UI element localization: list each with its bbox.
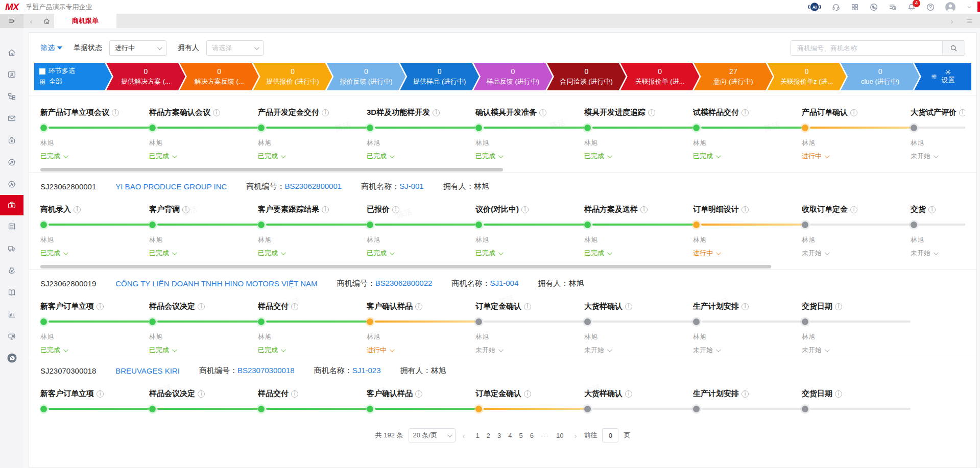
stage-segment[interactable]: 0合同洽谈 (进行中) bbox=[547, 63, 626, 90]
sidebar-item-bag[interactable] bbox=[0, 129, 23, 151]
step-status-dropdown[interactable]: 已完成 bbox=[258, 152, 367, 161]
step-status-dropdown[interactable]: 已完成 bbox=[584, 249, 693, 258]
step-status-dropdown[interactable]: 未开始 bbox=[911, 249, 965, 258]
sidebar-item-ledger[interactable] bbox=[0, 281, 23, 303]
page-number-5[interactable]: 5 bbox=[515, 432, 526, 439]
info-icon[interactable]: i bbox=[392, 206, 399, 213]
info-icon[interactable]: i bbox=[524, 390, 531, 398]
tab-scroll-right-button[interactable]: › bbox=[944, 17, 960, 26]
step-status-dropdown[interactable]: 已完成 bbox=[475, 249, 584, 258]
stage-segment[interactable]: 0提供样品 (进行中) bbox=[400, 63, 479, 90]
step-status-dropdown[interactable]: 已完成 bbox=[40, 346, 149, 355]
info-icon[interactable]: i bbox=[742, 206, 749, 213]
step-status-dropdown[interactable]: 已完成 bbox=[367, 249, 475, 258]
filter-toggle[interactable]: 筛选 bbox=[40, 43, 62, 53]
customer-link[interactable]: BREUVAGES KIRI bbox=[115, 366, 180, 375]
info-icon[interactable]: i bbox=[213, 109, 220, 116]
step-status-dropdown[interactable]: 进行中 bbox=[693, 249, 802, 258]
sidebar-item-marketing[interactable] bbox=[0, 173, 23, 195]
task-list-icon[interactable] bbox=[888, 3, 897, 12]
step-status-dropdown[interactable]: 已完成 bbox=[258, 249, 367, 258]
page-number-2[interactable]: 2 bbox=[483, 432, 494, 439]
customer-link[interactable]: CÔNG TY LIÊN DOANH TNHH HINO MOTORS VIỆT… bbox=[115, 279, 317, 288]
info-icon[interactable]: i bbox=[291, 390, 298, 398]
page-number-1[interactable]: 1 bbox=[472, 432, 483, 439]
sidebar-item-orders[interactable] bbox=[0, 215, 23, 237]
stage-segment[interactable]: 0关联报价单 (进... bbox=[620, 63, 700, 90]
info-icon[interactable]: i bbox=[625, 303, 632, 310]
phone-circle-icon[interactable] bbox=[869, 3, 878, 12]
step-status-dropdown[interactable]: 进行中 bbox=[367, 346, 475, 355]
search-button[interactable] bbox=[942, 41, 965, 55]
ai-icon[interactable]: AI bbox=[807, 2, 822, 12]
step-status-dropdown[interactable]: 未开始 bbox=[693, 346, 802, 355]
info-icon[interactable]: i bbox=[415, 303, 422, 310]
info-icon[interactable]: i bbox=[850, 206, 857, 213]
info-icon[interactable]: i bbox=[625, 390, 632, 398]
info-icon[interactable]: i bbox=[539, 109, 546, 116]
info-icon[interactable]: i bbox=[74, 206, 81, 213]
customer-link[interactable]: YI BAO PRODUCE GROUP INC bbox=[115, 182, 227, 191]
sidebar-item-finance[interactable] bbox=[0, 259, 23, 281]
info-icon[interactable]: i bbox=[835, 390, 842, 398]
sidebar-item-whatsapp[interactable] bbox=[0, 347, 23, 369]
help-icon[interactable] bbox=[926, 3, 935, 12]
page-number-6[interactable]: 6 bbox=[527, 432, 537, 439]
sidebar-item-logistics[interactable] bbox=[0, 237, 23, 259]
info-icon[interactable]: i bbox=[112, 109, 119, 116]
sidebar-item-home[interactable] bbox=[0, 41, 23, 63]
page-number-3[interactable]: 3 bbox=[494, 432, 505, 439]
info-icon[interactable]: i bbox=[524, 303, 531, 310]
nav-home-button[interactable] bbox=[39, 14, 54, 28]
info-icon[interactable]: i bbox=[835, 303, 842, 310]
info-icon[interactable]: i bbox=[742, 390, 749, 398]
info-icon[interactable]: i bbox=[521, 206, 529, 213]
scrollbar-thumb[interactable] bbox=[40, 168, 503, 171]
info-icon[interactable]: i bbox=[415, 390, 422, 398]
info-icon[interactable]: i bbox=[198, 390, 205, 398]
apps-grid-icon[interactable] bbox=[850, 3, 859, 12]
info-icon[interactable]: i bbox=[433, 109, 440, 116]
multi-select-checkbox[interactable] bbox=[39, 68, 45, 75]
stage-segment[interactable]: 0样品反馈 (进行中) bbox=[473, 63, 553, 90]
info-icon[interactable]: i bbox=[97, 390, 104, 398]
owner-select[interactable]: 请选择 bbox=[206, 40, 264, 56]
stage-settings-button[interactable]: 设置 bbox=[914, 63, 971, 90]
step-status-dropdown[interactable]: 已完成 bbox=[40, 152, 149, 161]
scrollbar-thumb[interactable] bbox=[40, 265, 771, 268]
step-status-dropdown[interactable]: 未开始 bbox=[911, 152, 965, 161]
sidebar-item-reports[interactable] bbox=[0, 303, 23, 325]
info-icon[interactable]: i bbox=[198, 303, 205, 310]
search-input[interactable] bbox=[791, 41, 942, 55]
step-status-dropdown[interactable]: 已完成 bbox=[149, 152, 258, 161]
sidebar-item-workbench[interactable] bbox=[0, 325, 23, 347]
info-icon[interactable]: i bbox=[928, 206, 936, 213]
step-status-dropdown[interactable]: 已完成 bbox=[258, 346, 367, 355]
step-status-dropdown[interactable]: 已完成 bbox=[149, 249, 258, 258]
info-icon[interactable]: i bbox=[742, 109, 749, 116]
collapse-sidebar-button[interactable] bbox=[0, 14, 23, 28]
info-icon[interactable]: i bbox=[322, 109, 329, 116]
step-status-dropdown[interactable]: 已完成 bbox=[367, 152, 475, 161]
page-number-10[interactable]: 10 bbox=[553, 432, 567, 439]
info-icon[interactable]: i bbox=[648, 109, 655, 116]
step-status-dropdown[interactable]: 未开始 bbox=[584, 346, 693, 355]
info-icon[interactable]: i bbox=[850, 109, 857, 116]
info-icon[interactable]: i bbox=[97, 303, 104, 310]
stage-segment[interactable]: 0关联报价单z (进... bbox=[767, 63, 846, 90]
headset-icon[interactable] bbox=[831, 3, 841, 12]
step-status-dropdown[interactable]: 已完成 bbox=[40, 249, 149, 258]
info-icon[interactable]: i bbox=[291, 303, 298, 310]
stage-head-all[interactable]: 环节多选全部 bbox=[34, 63, 112, 90]
step-status-dropdown[interactable]: 已完成 bbox=[693, 152, 802, 161]
prev-page-button[interactable]: ‹ bbox=[461, 431, 467, 440]
sidebar-item-org[interactable] bbox=[0, 85, 23, 107]
info-icon[interactable]: i bbox=[640, 206, 648, 213]
avatar-icon[interactable] bbox=[945, 2, 956, 13]
page-size-select[interactable]: 20 条/页 bbox=[409, 428, 456, 442]
step-status-dropdown[interactable]: 进行中 bbox=[802, 152, 911, 161]
stage-segment[interactable]: 27意向 (进行中) bbox=[694, 63, 773, 90]
step-status-dropdown[interactable]: 已完成 bbox=[584, 152, 693, 161]
info-icon[interactable]: i bbox=[959, 109, 965, 116]
page-number-4[interactable]: 4 bbox=[505, 432, 515, 439]
